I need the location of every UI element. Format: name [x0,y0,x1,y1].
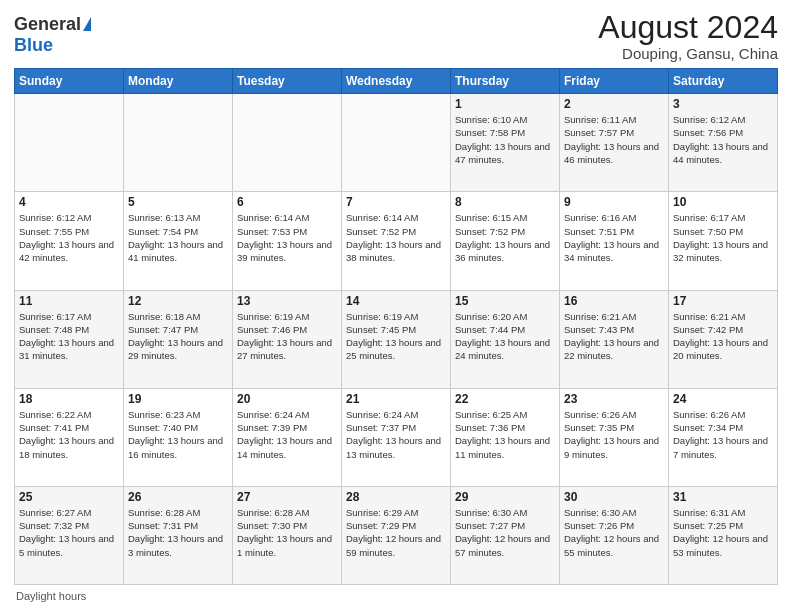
day-number: 27 [237,490,337,504]
calendar-cell: 28Sunrise: 6:29 AM Sunset: 7:29 PM Dayli… [342,486,451,584]
day-number: 14 [346,294,446,308]
day-info: Sunrise: 6:28 AM Sunset: 7:31 PM Dayligh… [128,506,228,559]
day-number: 1 [455,97,555,111]
day-info: Sunrise: 6:16 AM Sunset: 7:51 PM Dayligh… [564,211,664,264]
day-of-week-header: Friday [560,69,669,94]
calendar-cell: 14Sunrise: 6:19 AM Sunset: 7:45 PM Dayli… [342,290,451,388]
calendar-week-row: 11Sunrise: 6:17 AM Sunset: 7:48 PM Dayli… [15,290,778,388]
footer: Daylight hours [14,590,778,602]
calendar-cell: 26Sunrise: 6:28 AM Sunset: 7:31 PM Dayli… [124,486,233,584]
calendar-cell: 8Sunrise: 6:15 AM Sunset: 7:52 PM Daylig… [451,192,560,290]
day-info: Sunrise: 6:17 AM Sunset: 7:48 PM Dayligh… [19,310,119,363]
day-number: 7 [346,195,446,209]
day-info: Sunrise: 6:10 AM Sunset: 7:58 PM Dayligh… [455,113,555,166]
day-number: 5 [128,195,228,209]
calendar-cell: 25Sunrise: 6:27 AM Sunset: 7:32 PM Dayli… [15,486,124,584]
day-info: Sunrise: 6:11 AM Sunset: 7:57 PM Dayligh… [564,113,664,166]
day-info: Sunrise: 6:12 AM Sunset: 7:55 PM Dayligh… [19,211,119,264]
calendar-cell: 10Sunrise: 6:17 AM Sunset: 7:50 PM Dayli… [669,192,778,290]
day-number: 23 [564,392,664,406]
daylight-label: Daylight hours [16,590,86,602]
day-number: 16 [564,294,664,308]
day-info: Sunrise: 6:26 AM Sunset: 7:35 PM Dayligh… [564,408,664,461]
calendar-cell: 19Sunrise: 6:23 AM Sunset: 7:40 PM Dayli… [124,388,233,486]
calendar-cell: 17Sunrise: 6:21 AM Sunset: 7:42 PM Dayli… [669,290,778,388]
calendar-cell: 16Sunrise: 6:21 AM Sunset: 7:43 PM Dayli… [560,290,669,388]
calendar-cell: 6Sunrise: 6:14 AM Sunset: 7:53 PM Daylig… [233,192,342,290]
day-info: Sunrise: 6:23 AM Sunset: 7:40 PM Dayligh… [128,408,228,461]
day-number: 20 [237,392,337,406]
day-number: 22 [455,392,555,406]
day-info: Sunrise: 6:25 AM Sunset: 7:36 PM Dayligh… [455,408,555,461]
calendar-cell: 2Sunrise: 6:11 AM Sunset: 7:57 PM Daylig… [560,94,669,192]
calendar-cell: 9Sunrise: 6:16 AM Sunset: 7:51 PM Daylig… [560,192,669,290]
day-number: 12 [128,294,228,308]
day-info: Sunrise: 6:15 AM Sunset: 7:52 PM Dayligh… [455,211,555,264]
calendar-cell: 31Sunrise: 6:31 AM Sunset: 7:25 PM Dayli… [669,486,778,584]
calendar-cell [233,94,342,192]
day-info: Sunrise: 6:22 AM Sunset: 7:41 PM Dayligh… [19,408,119,461]
day-number: 18 [19,392,119,406]
day-of-week-header: Saturday [669,69,778,94]
logo-blue-text: Blue [14,35,53,56]
day-number: 10 [673,195,773,209]
day-number: 19 [128,392,228,406]
day-info: Sunrise: 6:24 AM Sunset: 7:39 PM Dayligh… [237,408,337,461]
day-of-week-header: Thursday [451,69,560,94]
day-info: Sunrise: 6:30 AM Sunset: 7:26 PM Dayligh… [564,506,664,559]
calendar-cell: 5Sunrise: 6:13 AM Sunset: 7:54 PM Daylig… [124,192,233,290]
day-number: 9 [564,195,664,209]
day-of-week-header: Monday [124,69,233,94]
calendar-cell: 23Sunrise: 6:26 AM Sunset: 7:35 PM Dayli… [560,388,669,486]
calendar-cell: 11Sunrise: 6:17 AM Sunset: 7:48 PM Dayli… [15,290,124,388]
day-info: Sunrise: 6:19 AM Sunset: 7:45 PM Dayligh… [346,310,446,363]
day-number: 30 [564,490,664,504]
calendar-week-row: 18Sunrise: 6:22 AM Sunset: 7:41 PM Dayli… [15,388,778,486]
calendar-cell: 27Sunrise: 6:28 AM Sunset: 7:30 PM Dayli… [233,486,342,584]
day-of-week-header: Sunday [15,69,124,94]
page: General Blue August 2024 Douping, Gansu,… [0,0,792,612]
logo-general-text: General [14,14,81,35]
calendar-cell: 21Sunrise: 6:24 AM Sunset: 7:37 PM Dayli… [342,388,451,486]
day-of-week-header: Wednesday [342,69,451,94]
calendar-cell [124,94,233,192]
day-number: 2 [564,97,664,111]
day-info: Sunrise: 6:31 AM Sunset: 7:25 PM Dayligh… [673,506,773,559]
calendar-table: SundayMondayTuesdayWednesdayThursdayFrid… [14,68,778,585]
title-block: August 2024 Douping, Gansu, China [598,10,778,62]
day-info: Sunrise: 6:26 AM Sunset: 7:34 PM Dayligh… [673,408,773,461]
calendar-cell: 12Sunrise: 6:18 AM Sunset: 7:47 PM Dayli… [124,290,233,388]
calendar-week-row: 4Sunrise: 6:12 AM Sunset: 7:55 PM Daylig… [15,192,778,290]
day-number: 15 [455,294,555,308]
logo: General Blue [14,14,91,56]
day-number: 24 [673,392,773,406]
day-number: 13 [237,294,337,308]
day-number: 28 [346,490,446,504]
header-row: SundayMondayTuesdayWednesdayThursdayFrid… [15,69,778,94]
main-title: August 2024 [598,10,778,45]
calendar-cell: 13Sunrise: 6:19 AM Sunset: 7:46 PM Dayli… [233,290,342,388]
calendar-cell: 4Sunrise: 6:12 AM Sunset: 7:55 PM Daylig… [15,192,124,290]
day-info: Sunrise: 6:14 AM Sunset: 7:52 PM Dayligh… [346,211,446,264]
day-info: Sunrise: 6:18 AM Sunset: 7:47 PM Dayligh… [128,310,228,363]
calendar-cell [15,94,124,192]
day-info: Sunrise: 6:27 AM Sunset: 7:32 PM Dayligh… [19,506,119,559]
day-info: Sunrise: 6:14 AM Sunset: 7:53 PM Dayligh… [237,211,337,264]
day-info: Sunrise: 6:12 AM Sunset: 7:56 PM Dayligh… [673,113,773,166]
day-number: 31 [673,490,773,504]
calendar-cell: 15Sunrise: 6:20 AM Sunset: 7:44 PM Dayli… [451,290,560,388]
day-number: 8 [455,195,555,209]
calendar-week-row: 1Sunrise: 6:10 AM Sunset: 7:58 PM Daylig… [15,94,778,192]
day-info: Sunrise: 6:17 AM Sunset: 7:50 PM Dayligh… [673,211,773,264]
day-info: Sunrise: 6:30 AM Sunset: 7:27 PM Dayligh… [455,506,555,559]
day-number: 29 [455,490,555,504]
calendar-cell: 22Sunrise: 6:25 AM Sunset: 7:36 PM Dayli… [451,388,560,486]
calendar-cell: 20Sunrise: 6:24 AM Sunset: 7:39 PM Dayli… [233,388,342,486]
day-number: 3 [673,97,773,111]
day-number: 21 [346,392,446,406]
day-number: 25 [19,490,119,504]
calendar-cell: 18Sunrise: 6:22 AM Sunset: 7:41 PM Dayli… [15,388,124,486]
calendar-cell: 7Sunrise: 6:14 AM Sunset: 7:52 PM Daylig… [342,192,451,290]
day-info: Sunrise: 6:13 AM Sunset: 7:54 PM Dayligh… [128,211,228,264]
calendar-cell: 30Sunrise: 6:30 AM Sunset: 7:26 PM Dayli… [560,486,669,584]
